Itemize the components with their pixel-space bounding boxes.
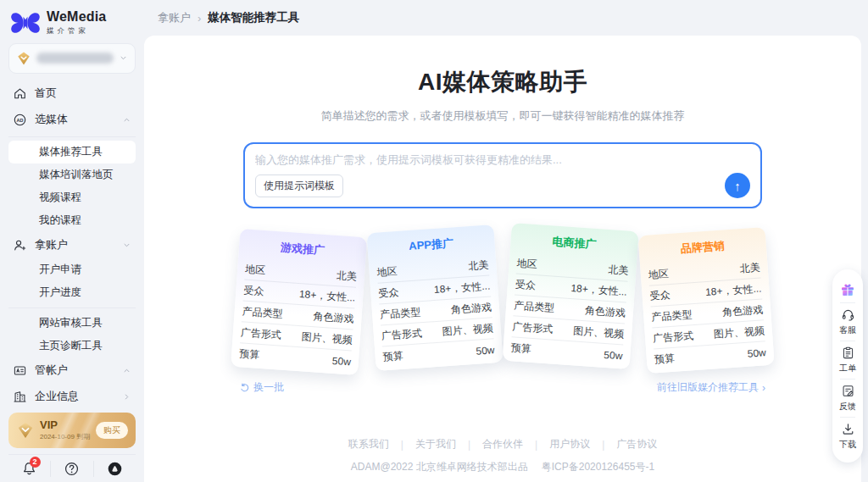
field-label: 产品类型 — [651, 307, 693, 324]
toolbar-label: 工单 — [839, 363, 856, 374]
vip-buy-button[interactable]: 购买 — [96, 422, 128, 439]
sidebar-item-label: 首页 — [35, 86, 57, 101]
card-icon — [13, 363, 27, 378]
send-button[interactable]: ↑ — [725, 173, 750, 198]
template-card-app-promo[interactable]: APP推广 地区 北美 受众 18+，女性... 产品类型 角色游戏 广告形式 … — [366, 224, 503, 371]
field-label: 产品类型 — [380, 305, 421, 322]
footer-separator: | — [535, 439, 537, 451]
brand-name: WeMedia — [47, 10, 106, 25]
field-label: 地区 — [376, 264, 398, 280]
user-account-pill[interactable] — [8, 43, 136, 74]
card-rows: 地区 北美 受众 18+，女性... 产品类型 角色游戏 广告形式 图片、视频 … — [503, 252, 637, 367]
links-row: 换一批 前往旧版媒介推荐工具 › — [240, 380, 765, 395]
notifications-button[interactable]: 2 — [8, 461, 50, 477]
sidebar-item-get-account[interactable]: 拿账户 — [8, 232, 136, 258]
sidebar-subitem-site-review-tool[interactable]: 网站审核工具 — [8, 312, 136, 335]
sidebar-nav: 首页 AD 选媒体 媒体推荐工具媒体培训落地页视频课程我的课程 拿账户 开户申请… — [8, 80, 136, 413]
refresh-icon — [240, 383, 250, 393]
vip-card[interactable]: VIP 2024-10-09 到期 购买 — [8, 413, 136, 448]
sidebar-subitem-account-apply[interactable]: 开户申请 — [8, 258, 136, 281]
footer-link-ad-agreement[interactable]: 广告协议 — [616, 437, 657, 452]
download-icon — [841, 422, 855, 436]
field-label: 地区 — [648, 267, 669, 283]
template-card-brand-marketing[interactable]: 品牌营销 地区 北美 受众 18+，女性... 产品类型 角色游戏 广告形式 图… — [638, 227, 775, 374]
ad-icon: AD — [13, 113, 27, 127]
field-value: 图片、视频 — [713, 324, 765, 341]
app-logo-button[interactable] — [93, 461, 136, 477]
field-value: 北美 — [336, 269, 357, 285]
legacy-link-label: 前往旧版媒介推荐工具 — [657, 380, 759, 395]
prompt-textarea[interactable] — [255, 152, 750, 168]
toolbar-benefits-button[interactable] — [832, 277, 863, 302]
field-value: 50w — [747, 346, 766, 360]
sidebar-item-manage-account[interactable]: 管帐户 — [8, 357, 136, 384]
field-value: 18+，女性... — [570, 281, 627, 300]
sidebar-item-select-media[interactable]: AD 选媒体 — [8, 107, 136, 133]
footer-link-contact-us[interactable]: 联系我们 — [348, 437, 389, 452]
gift-icon — [839, 281, 856, 298]
refresh-batch-link[interactable]: 换一批 — [240, 380, 284, 395]
toolbar-feedback-button[interactable]: 反馈 — [832, 380, 863, 417]
field-value: 角色游戏 — [450, 300, 492, 317]
brand-tagline: 媒介管家 — [47, 26, 106, 36]
field-label: 预算 — [239, 346, 260, 363]
blurred-username — [36, 53, 114, 64]
field-label: 受众 — [243, 283, 264, 299]
sidebar-bottom-bar: 2 — [8, 454, 136, 477]
sidebar-item-label: 管帐户 — [35, 363, 68, 378]
toolbar-customer-service-button[interactable]: 客服 — [832, 303, 863, 341]
sidebar-subitem-my-courses[interactable]: 我的课程 — [8, 209, 136, 232]
chevron-down-icon — [119, 53, 128, 63]
sidebar-subitem-media-training-page[interactable]: 媒体培训落地页 — [8, 163, 136, 186]
breadcrumb-section[interactable]: 拿账户 — [158, 10, 191, 25]
footer-link-user-agreement[interactable]: 用户协议 — [549, 437, 590, 452]
field-value: 图片、视频 — [442, 321, 493, 339]
sidebar-item-company-info[interactable]: 企业信息 — [8, 384, 136, 410]
field-value: 北美 — [468, 258, 489, 274]
breadcrumb-current: 媒体智能推荐工具 — [208, 10, 299, 25]
field-value: 角色游戏 — [313, 309, 354, 326]
svg-text:AD: AD — [17, 118, 24, 123]
toolbar-work-order-button[interactable]: 工单 — [832, 341, 863, 379]
sidebar-subitem-media-recommend-tool[interactable]: 媒体推荐工具 — [8, 141, 136, 163]
field-label: 产品类型 — [242, 304, 283, 321]
field-label: 预算 — [654, 352, 675, 368]
field-label: 广告形式 — [381, 326, 422, 343]
field-value: 50w — [476, 344, 495, 357]
breadcrumb: 拿账户 › 媒体智能推荐工具 — [144, 0, 868, 36]
page-subtitle: 简单描述您的需求，或者使用模板填写，即可一键获得智能精准的媒体推荐 — [144, 108, 861, 124]
floating-toolbar: 客服 工单 反馈 下载 — [832, 269, 863, 463]
field-label: 预算 — [382, 349, 403, 365]
footer-link-partners[interactable]: 合作伙伴 — [482, 437, 523, 452]
field-value: 50w — [604, 348, 623, 362]
sidebar-item-home[interactable]: 首页 — [8, 80, 136, 107]
help-icon — [64, 461, 80, 477]
sidebar-subitem-video-courses[interactable]: 视频课程 — [8, 186, 136, 209]
use-template-button[interactable]: 使用提示词模板 — [255, 175, 343, 197]
toolbar-download-button[interactable]: 下载 — [832, 418, 863, 455]
divider — [8, 307, 136, 308]
template-card-ecom-promo[interactable]: 电商推广 地区 北美 受众 18+，女性... 产品类型 角色游戏 广告形式 图… — [503, 223, 639, 369]
template-card-game-promo[interactable]: 游戏推广 地区 北美 受众 18+，女性... 产品类型 角色游戏 广告形式 图… — [231, 229, 367, 375]
vip-title: VIP — [40, 419, 90, 430]
vip-diamond-icon — [16, 51, 31, 66]
help-button[interactable] — [50, 461, 92, 477]
field-value: 18+，女性... — [705, 281, 762, 300]
breadcrumb-separator: › — [198, 12, 201, 25]
home-icon — [13, 86, 27, 101]
sidebar-subitem-homepage-diagnosis-tool[interactable]: 主页诊断工具 — [8, 335, 136, 357]
vip-diamond-icon — [16, 421, 35, 440]
card-rows: 地区 北美 受众 18+，女性... 产品类型 角色游戏 广告形式 图片、视频 … — [369, 254, 503, 368]
footer-link-about-us[interactable]: 关于我们 — [415, 437, 456, 452]
field-label: 地区 — [516, 256, 537, 272]
field-label: 广告形式 — [240, 325, 281, 342]
sidebar-subitem-account-progress[interactable]: 开户进度 — [8, 281, 136, 304]
notification-badge: 2 — [30, 457, 41, 468]
legacy-tool-link[interactable]: 前往旧版媒介推荐工具 › — [657, 380, 765, 395]
field-label: 受众 — [378, 285, 399, 301]
arrow-up-icon: ↑ — [734, 180, 741, 192]
field-label: 产品类型 — [514, 298, 555, 315]
sidebar-item-label: 选媒体 — [35, 112, 68, 127]
field-value: 图片、视频 — [301, 330, 353, 347]
card-rows: 地区 北美 受众 18+，女性... 产品类型 角色游戏 广告形式 图片、视频 … — [640, 257, 774, 371]
